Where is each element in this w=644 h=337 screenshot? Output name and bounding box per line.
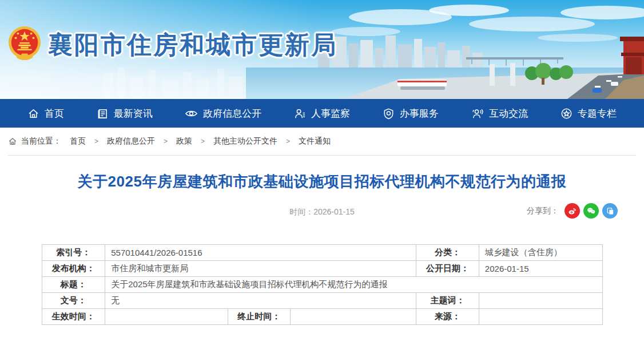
site-title: 襄阳市住房和城市更新局 [48, 29, 337, 62]
nav-label: 最新资讯 [114, 107, 153, 120]
wechat-share-icon[interactable] [583, 203, 599, 219]
pubdate-value: 2026-01-15 [479, 261, 602, 277]
breadcrumb-separator: > [286, 137, 290, 145]
share-box: 分享到： [527, 203, 618, 219]
source-label: 来源： [416, 309, 479, 325]
nav-label: 专题专栏 [578, 107, 617, 120]
agency-value: 市住房和城市更新局 [105, 261, 416, 277]
breadcrumb-separator: > [94, 137, 98, 145]
expiry-value [290, 309, 416, 325]
breadcrumb-separator: > [164, 137, 168, 145]
home-icon [27, 108, 39, 120]
title-value: 关于2025年房屋建筑和市政基础设施项目招标代理机构不规范行为的通报 [105, 277, 602, 293]
category-value: 城乡建设（含住房） [479, 245, 602, 261]
home-icon [8, 137, 17, 146]
docnum-value: 无 [105, 293, 416, 309]
breadcrumb-divider [8, 155, 636, 156]
main-navigation: 首页 最新资讯 政府信息公开 人事监察 办事服务 互动交流 [0, 99, 644, 128]
effective-value [105, 309, 228, 325]
nav-item-interaction[interactable]: 互动交流 [471, 107, 528, 120]
table-row: 文号： 无 主题词： [42, 293, 602, 309]
chat-icon [471, 108, 484, 120]
agency-label: 发布机构： [42, 261, 105, 277]
title-label: 标题： [42, 277, 105, 293]
nav-item-services[interactable]: 办事服务 [383, 107, 439, 120]
index-label: 索引号： [42, 245, 105, 261]
shield-icon [383, 108, 395, 120]
nav-item-news[interactable]: 最新资讯 [97, 107, 153, 120]
index-value: 557010441/2026-01516 [105, 245, 416, 261]
breadcrumb-location-label: 当前位置： [21, 136, 61, 146]
breadcrumb-separator: > [201, 137, 205, 145]
breadcrumb-link-home[interactable]: 首页 [65, 136, 90, 146]
category-label: 分类： [416, 245, 479, 261]
article-title: 关于2025年房屋建筑和市政基础设施项目招标代理机构不规范行为的通报 [0, 172, 644, 192]
table-row: 生效时间： 终止时间： 来源： [42, 309, 602, 325]
nav-item-personnel[interactable]: 人事监察 [294, 107, 350, 120]
national-emblem-icon [8, 25, 41, 62]
nav-item-home[interactable]: 首页 [27, 107, 64, 120]
nav-label: 人事监察 [311, 107, 350, 120]
nav-item-special-columns[interactable]: 专题专栏 [560, 107, 617, 120]
news-icon [97, 108, 109, 120]
expiry-label: 终止时间： [228, 309, 290, 325]
person-icon [294, 108, 306, 120]
eye-icon [185, 108, 198, 120]
article-meta-line: 时间：2026-01-15 分享到： [0, 203, 644, 220]
source-value [479, 309, 602, 325]
nav-label: 首页 [45, 107, 64, 120]
breadcrumb-link-info-disclosure[interactable]: 政府信息公开 [102, 136, 160, 146]
nav-label: 办事服务 [400, 107, 439, 120]
effective-label: 生效时间： [42, 309, 105, 325]
keywords-label: 主题词： [416, 293, 479, 309]
star-icon [560, 108, 573, 120]
breadcrumb-link-doc-notice[interactable]: 文件通知 [294, 136, 335, 146]
copy-link-icon[interactable] [602, 203, 618, 219]
nav-label: 政府信息公开 [203, 107, 261, 120]
docnum-label: 文号： [42, 293, 105, 309]
breadcrumb: 当前位置： 首页 > 政府信息公开 > 政策 > 其他主动公开文件 > 文件通知 [0, 128, 644, 155]
table-row: 索引号： 557010441/2026-01516 分类： 城乡建设（含住房） [42, 245, 602, 261]
table-row: 发布机构： 市住房和城市更新局 公开日期： 2026-01-15 [42, 261, 602, 277]
share-label: 分享到： [527, 206, 559, 216]
nav-label: 互动交流 [489, 107, 528, 120]
breadcrumb-link-other-public-docs[interactable]: 其他主动公开文件 [209, 136, 282, 146]
site-banner: 襄阳市住房和城市更新局 [0, 0, 644, 99]
weibo-share-icon[interactable] [565, 203, 580, 219]
nav-item-info-disclosure[interactable]: 政府信息公开 [185, 107, 261, 120]
table-row: 标题： 关于2025年房屋建筑和市政基础设施项目招标代理机构不规范行为的通报 [42, 277, 602, 293]
meta-table: 索引号： 557010441/2026-01516 分类： 城乡建设（含住房） … [42, 244, 603, 325]
breadcrumb-link-policy[interactable]: 政策 [172, 136, 197, 146]
keywords-value [479, 293, 602, 309]
pubdate-label: 公开日期： [416, 261, 479, 277]
